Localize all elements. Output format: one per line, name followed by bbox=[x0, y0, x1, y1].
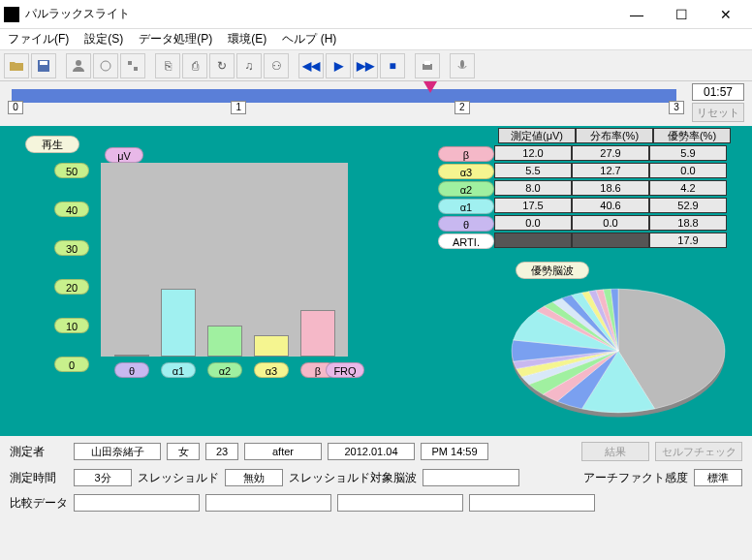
menu-env[interactable]: 環境(E) bbox=[224, 29, 270, 49]
threshold-target-field bbox=[423, 469, 519, 486]
cell bbox=[572, 233, 649, 248]
refresh-icon[interactable]: ↻ bbox=[209, 53, 235, 78]
threshold-target-label: スレッショルド対象脳波 bbox=[289, 470, 417, 486]
date-field: 2012.01.04 bbox=[328, 443, 415, 460]
cell: 0.0 bbox=[572, 215, 649, 231]
menu-settings[interactable]: 設定(S) bbox=[80, 29, 127, 49]
compare-field-2 bbox=[205, 494, 331, 512]
cell: 17.9 bbox=[649, 233, 727, 248]
compare-field-1 bbox=[74, 494, 200, 512]
reset-button[interactable]: リセット bbox=[692, 103, 744, 122]
close-button[interactable]: ✕ bbox=[704, 0, 748, 29]
svg-point-2 bbox=[76, 60, 81, 66]
tick-0: 0 bbox=[8, 101, 23, 114]
xlabel-θ: θ bbox=[114, 362, 149, 378]
cell: 4.2 bbox=[649, 180, 727, 196]
tick-2: 2 bbox=[454, 101, 470, 114]
th-dom: 優勢率(%) bbox=[653, 128, 731, 143]
result-button[interactable]: 結果 bbox=[581, 442, 649, 461]
xlabel-α3: α3 bbox=[254, 362, 289, 378]
tick-1: 1 bbox=[231, 101, 246, 114]
svg-rect-7 bbox=[424, 61, 430, 65]
bar-chart bbox=[101, 163, 348, 357]
main-panel: 再生 μV 50403020100 θα1α2α3β FRQ 測定値(μV)分布… bbox=[0, 126, 752, 436]
headphone-icon[interactable]: ♫ bbox=[236, 53, 262, 78]
cell: 40.6 bbox=[572, 198, 649, 213]
progress-area: 01:57 リセット 0 1 2 3 bbox=[0, 81, 752, 126]
xlabel-α1: α1 bbox=[161, 362, 196, 378]
network-icon[interactable] bbox=[120, 53, 145, 78]
minimize-button[interactable]: — bbox=[614, 0, 659, 29]
meastime-field: 3分 bbox=[74, 469, 132, 486]
svg-rect-5 bbox=[134, 67, 138, 71]
bar-α1 bbox=[161, 289, 196, 357]
cell: 5.9 bbox=[649, 145, 727, 161]
artifact-label: アーチファクト感度 bbox=[583, 470, 688, 486]
ytick-40: 40 bbox=[54, 202, 89, 217]
rowlabel-α2: α2 bbox=[438, 181, 494, 197]
user-icon[interactable] bbox=[66, 53, 91, 78]
tool2-icon[interactable]: ⎙ bbox=[182, 53, 207, 78]
tick-3: 3 bbox=[669, 101, 684, 114]
tool1-icon[interactable]: ⎘ bbox=[155, 53, 180, 78]
menubar: ファイル(F) 設定(S) データ処理(P) 環境(E) ヘルプ (H) bbox=[0, 29, 752, 50]
maximize-button[interactable]: ☐ bbox=[659, 0, 704, 29]
stop-button[interactable]: ■ bbox=[380, 53, 405, 78]
bar-β bbox=[300, 310, 335, 357]
svg-rect-1 bbox=[40, 61, 47, 65]
play-button[interactable]: ▶ bbox=[326, 53, 351, 78]
cell: 8.0 bbox=[494, 180, 572, 196]
pie-chart bbox=[502, 283, 735, 419]
threshold-label: スレッショルド bbox=[138, 470, 219, 486]
ytick-20: 20 bbox=[54, 279, 89, 295]
cell: 27.9 bbox=[572, 145, 649, 161]
tick-row: 0 1 2 3 bbox=[8, 101, 684, 116]
frq-label: FRQ bbox=[326, 362, 364, 378]
compare-label: 比較データ bbox=[10, 495, 68, 512]
play-label: 再生 bbox=[25, 136, 79, 153]
cell: 12.0 bbox=[494, 145, 572, 161]
pie-title: 優勢脳波 bbox=[516, 262, 589, 279]
name-field: 山田奈緒子 bbox=[74, 443, 161, 460]
cell bbox=[494, 233, 572, 248]
forward-button[interactable]: ▶▶ bbox=[353, 53, 378, 78]
svg-point-8 bbox=[460, 60, 464, 68]
cell: 17.5 bbox=[494, 198, 572, 213]
menu-file[interactable]: ファイル(F) bbox=[4, 29, 73, 49]
compare-field-3 bbox=[337, 494, 463, 512]
cell: 18.8 bbox=[649, 215, 727, 231]
cell: 12.7 bbox=[572, 163, 649, 178]
uv-label: μV bbox=[105, 147, 143, 163]
bar-α2 bbox=[207, 326, 242, 357]
device-icon[interactable] bbox=[93, 53, 118, 78]
app-icon bbox=[4, 7, 19, 22]
mic-icon[interactable] bbox=[450, 53, 475, 78]
progress-marker-icon[interactable] bbox=[423, 81, 437, 93]
menu-data[interactable]: データ処理(P) bbox=[135, 29, 216, 49]
th-dist: 分布率(%) bbox=[576, 128, 653, 143]
phase-field: after bbox=[244, 443, 322, 460]
open-icon[interactable] bbox=[4, 53, 29, 78]
time-display: 01:57 bbox=[692, 83, 744, 101]
bar-α3 bbox=[254, 335, 289, 357]
th-measure: 測定値(μV) bbox=[498, 128, 576, 143]
ytick-0: 0 bbox=[54, 357, 89, 372]
xlabel-α2: α2 bbox=[207, 362, 242, 378]
print-icon[interactable] bbox=[415, 53, 440, 78]
sex-field: 女 bbox=[167, 443, 200, 460]
meastime-label: 測定時間 bbox=[10, 470, 68, 486]
cell: 5.5 bbox=[494, 163, 572, 178]
rowlabel-θ: θ bbox=[438, 216, 494, 232]
measurer-label: 測定者 bbox=[10, 444, 68, 460]
toolbar: ⎘ ⎙ ↻ ♫ ⚇ ◀◀ ▶ ▶▶ ■ bbox=[0, 50, 752, 81]
cell: 52.9 bbox=[649, 198, 727, 213]
rewind-button[interactable]: ◀◀ bbox=[298, 53, 324, 78]
window-title: パルラックスライト bbox=[25, 6, 614, 22]
selfcheck-button[interactable]: セルフチェック bbox=[655, 442, 742, 461]
ytick-50: 50 bbox=[54, 163, 89, 178]
save-icon[interactable] bbox=[31, 53, 56, 78]
data-table: 測定値(μV)分布率(%)優勢率(%) β12.027.95.9α35.512.… bbox=[438, 128, 742, 250]
menu-help[interactable]: ヘルプ (H) bbox=[278, 29, 340, 49]
ytick-10: 10 bbox=[54, 318, 89, 333]
group-icon[interactable]: ⚇ bbox=[264, 53, 289, 78]
